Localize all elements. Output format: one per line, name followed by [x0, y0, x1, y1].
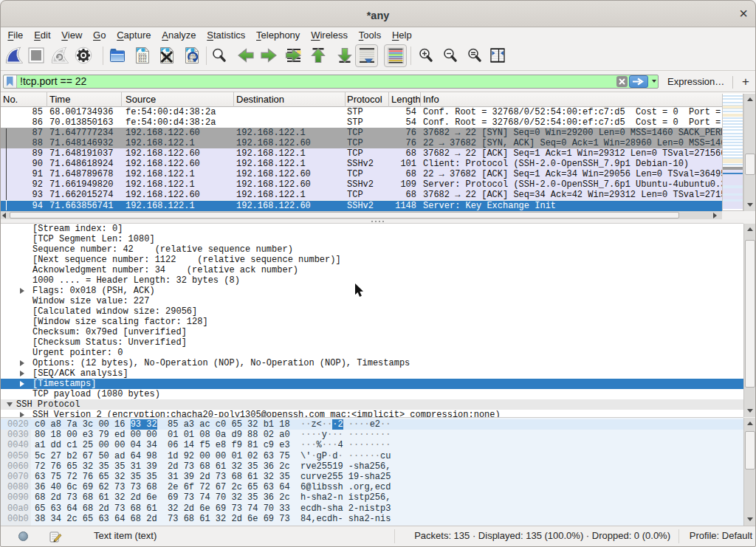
svg-text:0111: 0111: [138, 59, 147, 63]
